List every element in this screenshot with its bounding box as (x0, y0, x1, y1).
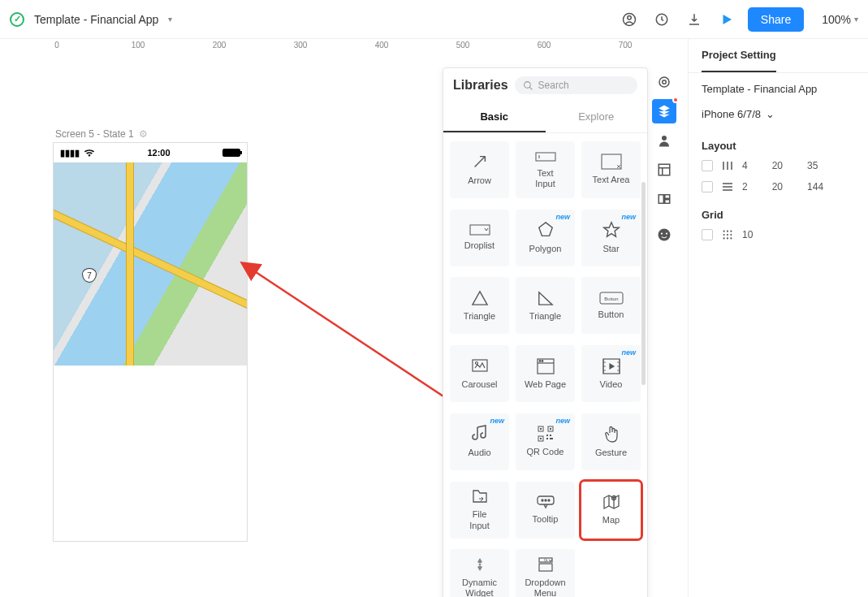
file-input-icon (471, 488, 489, 504)
svg-point-48 (723, 234, 725, 236)
library-search[interactable]: Search (515, 76, 637, 94)
svg-point-50 (730, 234, 732, 236)
device-selector[interactable]: iPhone 6/7/8 ⌄ (702, 108, 855, 120)
lib-item-video[interactable]: newVideo (581, 345, 641, 402)
lib-item-dynamic-widget[interactable]: DynamicWidget (450, 549, 509, 597)
layout-val: 4 (742, 160, 748, 171)
tab-explore[interactable]: Explore (546, 102, 648, 132)
rows-icon (721, 181, 734, 193)
svg-point-36 (663, 80, 667, 84)
new-badge: new (555, 417, 570, 425)
dropdown-menu-icon (537, 556, 555, 573)
project-name-label: Template - Financial App (702, 83, 855, 95)
lib-item-polygon[interactable]: newPolygon (516, 210, 575, 266)
lib-item-carousel[interactable]: Carousel (450, 345, 509, 402)
new-badge: new (490, 417, 504, 425)
lib-item-qr-code[interactable]: newQR Code (516, 413, 575, 470)
zoom-control[interactable]: 100% ▾ (822, 13, 858, 26)
star-icon (602, 221, 620, 239)
lib-item-gesture[interactable]: Gesture (581, 413, 641, 470)
lib-item-label: Triangle (529, 311, 561, 322)
panels-icon[interactable] (652, 187, 676, 211)
emoji-icon[interactable] (652, 223, 676, 247)
target-icon[interactable] (652, 70, 676, 94)
search-icon (523, 80, 533, 91)
download-icon[interactable] (683, 8, 706, 31)
layout-section-label: Layout (702, 140, 855, 152)
columns-icon (721, 160, 734, 171)
svg-text:Button: Button (604, 296, 618, 301)
grid-value: 10 (742, 229, 753, 240)
lib-item-button[interactable]: ButtonButton (581, 277, 641, 334)
lib-item-label: Star (602, 244, 619, 254)
svg-point-27 (542, 500, 543, 501)
library-grid: ArrowTextInputText AreaDroplistnewPolygo… (443, 133, 647, 597)
account-icon[interactable] (618, 8, 641, 31)
layout-row-columns[interactable]: 4 20 35 (702, 160, 855, 171)
lib-item-label: Audio (468, 448, 490, 458)
device-frame[interactable]: ▮▮▮▮ 12:00 7 (54, 143, 247, 541)
grid-row[interactable]: 10 (702, 229, 855, 240)
svg-rect-23 (550, 435, 551, 436)
lib-item-label: FileInput (469, 509, 489, 530)
lib-item-droplist[interactable]: Droplist (450, 210, 509, 266)
svg-point-37 (662, 136, 667, 141)
lib-item-arrow[interactable]: Arrow (450, 141, 509, 198)
droplist-icon (469, 224, 490, 236)
tab-basic[interactable]: Basic (443, 102, 546, 132)
checkbox[interactable] (702, 229, 713, 240)
history-icon[interactable] (650, 8, 673, 31)
ruler-tick: 0 (54, 41, 59, 50)
map-component[interactable]: 7 (54, 162, 247, 366)
lib-item-text-input[interactable]: TextInput (516, 141, 575, 198)
new-badge: new (621, 213, 636, 221)
route-badge: 7 (82, 268, 97, 283)
lib-item-label: Carousel (461, 379, 497, 390)
dynamic-widget-icon (472, 556, 488, 573)
svg-point-1 (628, 15, 632, 19)
lib-item-label: Droplist (464, 240, 494, 251)
library-scrollbar[interactable] (641, 182, 646, 385)
project-dropdown-caret-icon[interactable]: ▾ (168, 15, 172, 24)
layout-row-rows[interactable]: 2 20 144 (702, 181, 855, 193)
share-button[interactable]: Share (748, 7, 804, 32)
lib-item-label: DynamicWidget (462, 578, 497, 597)
layout-val: 20 (772, 160, 783, 171)
screen-label[interactable]: Screen 5 - State 1 ⚙ (55, 128, 148, 140)
svg-rect-10 (473, 360, 487, 371)
checkbox[interactable] (702, 160, 713, 171)
lib-item-dropdown-menu[interactable]: DropdownMenu (516, 549, 575, 597)
lib-item-audio[interactable]: newAudio (450, 413, 509, 470)
lib-item-label: Button (598, 309, 624, 320)
lib-item-map[interactable]: Map (581, 482, 641, 539)
lib-item-label: QR Code (527, 447, 564, 457)
lib-item-file-input[interactable]: FileInput (450, 482, 509, 539)
svg-rect-33 (539, 564, 552, 571)
lib-item-text-area[interactable]: Text Area (581, 141, 641, 198)
play-icon[interactable] (715, 8, 738, 31)
work-area: 0 100 200 300 400 500 600 700 Screen 5 -… (0, 39, 868, 597)
text-area-icon (601, 154, 622, 170)
tab-project-setting[interactable]: Project Setting (702, 39, 776, 72)
lib-item-web-page[interactable]: Web Page (516, 345, 575, 402)
lib-item-tooltip[interactable]: Tooltip (516, 482, 575, 539)
checkbox[interactable] (702, 181, 713, 193)
svg-point-31 (613, 497, 615, 499)
ruler-tick: 400 (375, 41, 389, 50)
layout-icon[interactable] (652, 158, 676, 182)
project-title[interactable]: Template - Financial App (34, 13, 158, 26)
right-sidebar: Project Setting Template - Financial App… (688, 39, 868, 597)
components-icon[interactable] (652, 99, 676, 123)
svg-rect-17 (540, 428, 542, 430)
gear-icon[interactable]: ⚙ (139, 128, 148, 140)
canvas-area[interactable]: 0 100 200 300 400 500 600 700 Screen 5 -… (0, 39, 688, 597)
svg-point-42 (659, 229, 671, 241)
lib-item-triangle[interactable]: Triangle (450, 277, 509, 334)
lib-item-triangle-right[interactable]: Triangle (516, 277, 575, 334)
grid-section-label: Grid (702, 209, 855, 221)
user-icon[interactable] (652, 128, 676, 153)
lib-item-star[interactable]: newStar (581, 210, 641, 266)
device-name: iPhone 6/7/8 (702, 108, 761, 120)
status-time: 12:00 (147, 148, 170, 158)
svg-point-11 (475, 361, 477, 364)
